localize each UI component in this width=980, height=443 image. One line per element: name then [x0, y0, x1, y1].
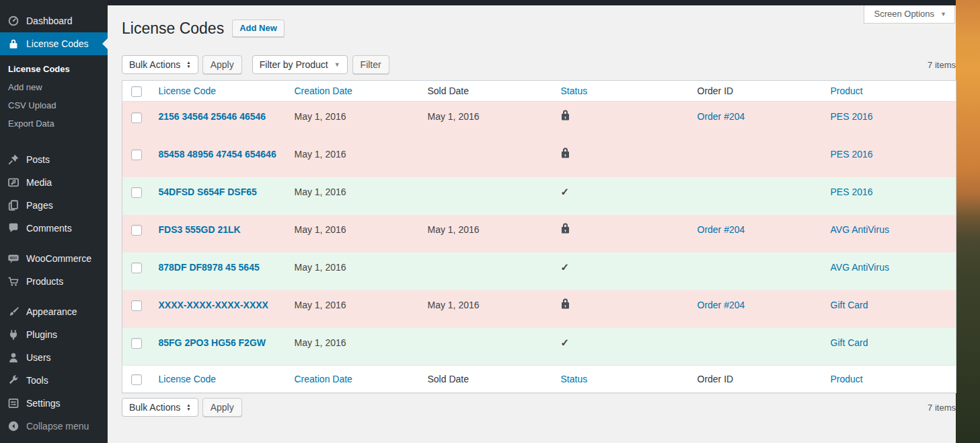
column-header-creation-date[interactable]: Creation Date	[295, 86, 352, 96]
screen-options-button[interactable]: Screen Options	[864, 5, 955, 24]
sidebar-item-appearance[interactable]: Appearance	[0, 300, 108, 323]
lock-icon	[561, 298, 684, 309]
check-icon: ✓	[561, 186, 570, 197]
column-header-order-id: Order ID	[691, 81, 824, 102]
wordpress-admin-screen: Dashboard License Codes License Codes Ad…	[0, 0, 980, 443]
sidebar-item-comments[interactable]: Comments	[0, 217, 108, 240]
creation-date-cell: May 1, 2016	[288, 328, 421, 366]
apply-button[interactable]: Apply	[202, 55, 242, 74]
bulk-actions-select[interactable]: Bulk Actions	[122, 55, 198, 74]
column-footer-license-code[interactable]: License Code	[159, 374, 217, 384]
column-header-product[interactable]: Product	[831, 86, 863, 96]
row-checkbox[interactable]	[131, 149, 142, 160]
table-row: XXXX-XXXX-XXXX-XXXX May 1, 2016 May 1, 2…	[122, 290, 956, 328]
table-footer-row: License Code Creation Date Sold Date Sta…	[122, 366, 956, 393]
select-all-checkbox[interactable]	[131, 374, 142, 385]
sidebar-item-posts[interactable]: Posts	[0, 148, 108, 171]
collapse-icon	[7, 420, 20, 432]
apply-button-bottom[interactable]: Apply	[202, 398, 242, 417]
product-link[interactable]: Gift Card	[831, 337, 868, 348]
users-icon	[7, 351, 20, 364]
row-checkbox[interactable]	[131, 263, 142, 273]
row-checkbox[interactable]	[131, 112, 142, 123]
license-code-link[interactable]: 85458 48956 47454 654646	[159, 149, 276, 160]
sidebar-item-dashboard[interactable]: Dashboard	[0, 9, 108, 32]
license-codes-table: License Code Creation Date Sold Date Sta…	[122, 80, 956, 393]
order-link[interactable]: Order #204	[698, 224, 745, 235]
order-link[interactable]: Order #204	[698, 300, 745, 310]
select-all-checkbox[interactable]	[131, 86, 142, 97]
bulk-actions-select-bottom[interactable]: Bulk Actions	[122, 398, 198, 417]
creation-date-cell: May 1, 2016	[288, 215, 421, 252]
appearance-icon	[7, 306, 20, 318]
sidebar-item-label: License Codes	[26, 38, 89, 49]
bulk-actions-label: Bulk Actions	[129, 59, 180, 70]
table-row: FDS3 555GD 21LK May 1, 2016 May 1, 2016 …	[122, 215, 956, 252]
filter-button[interactable]: Filter	[352, 55, 389, 74]
product-link[interactable]: PES 2016	[831, 149, 873, 160]
column-footer-status[interactable]: Status	[561, 374, 588, 384]
sidebar-subitem-add-new[interactable]: Add new	[0, 78, 108, 96]
license-code-link[interactable]: FDS3 555GD 21LK	[159, 224, 241, 235]
sidebar-item-plugins[interactable]: Plugins	[0, 323, 108, 346]
order-link[interactable]: Order #204	[698, 111, 745, 122]
page-title: License Codes	[122, 18, 224, 38]
desktop-wallpaper	[956, 0, 980, 443]
sidebar-item-label: Products	[26, 276, 63, 287]
license-code-link[interactable]: 2156 34564 25646 46546	[159, 111, 266, 122]
column-header-sold-date: Sold Date	[421, 81, 554, 102]
table-row: 2156 34564 25646 46546 May 1, 2016 May 1…	[122, 102, 956, 139]
sidebar-item-label: Media	[26, 177, 52, 188]
filter-by-product-select[interactable]: Filter by Product	[252, 55, 348, 74]
sidebar-subitem-export-data[interactable]: Export Data	[0, 114, 108, 133]
sold-date-cell	[421, 328, 554, 366]
sidebar-item-label: Posts	[26, 154, 50, 165]
license-code-link[interactable]: 878DF DF8978 45 5645	[159, 262, 260, 273]
sidebar-item-label: Comments	[26, 223, 72, 234]
table-row: 85FG 2PO3 HG56 F2GW May 1, 2016 ✓ Gift C…	[122, 328, 956, 366]
row-checkbox[interactable]	[131, 300, 142, 311]
sidebar-subitem-license-codes[interactable]: License Codes	[0, 60, 108, 78]
product-link[interactable]: AVG AntiVirus	[831, 262, 889, 273]
table-row: 85458 48956 47454 654646 May 1, 2016 ✓ P…	[122, 139, 956, 177]
sidebar-item-settings[interactable]: Settings	[0, 392, 108, 415]
sidebar-item-tools[interactable]: Tools	[0, 369, 108, 392]
creation-date-cell: May 1, 2016	[288, 252, 421, 290]
product-link[interactable]: PES 2016	[831, 111, 873, 122]
column-header-status[interactable]: Status	[561, 86, 588, 96]
sidebar-item-label: WooCommerce	[26, 253, 91, 264]
license-code-link[interactable]: 54DFSD S654F DSF65	[159, 186, 257, 197]
sidebar-item-label: Users	[26, 352, 51, 363]
column-footer-product[interactable]: Product	[831, 374, 863, 384]
sidebar-item-license-codes[interactable]: License Codes	[0, 32, 108, 55]
admin-content: Screen Options License Codes Add New Bul…	[108, 0, 956, 443]
sidebar-item-users[interactable]: Users	[0, 346, 108, 369]
page-wrap: License Codes Add New Bulk Actions Apply…	[108, 5, 956, 417]
product-link[interactable]: AVG AntiVirus	[831, 224, 889, 235]
license-code-link[interactable]: XXXX-XXXX-XXXX-XXXX	[159, 300, 268, 310]
sidebar-subitem-csv-upload[interactable]: CSV Upload	[0, 96, 108, 114]
product-link[interactable]: Gift Card	[831, 300, 868, 310]
pushpin-icon	[7, 154, 20, 166]
sidebar-item-collapse-menu[interactable]: Collapse menu	[0, 415, 108, 438]
sold-date-cell	[421, 252, 554, 290]
creation-date-cell: May 1, 2016	[288, 177, 421, 215]
table-row: 54DFSD S654F DSF65 May 1, 2016 ✓ PES 201…	[122, 177, 956, 215]
plugin-icon	[7, 329, 20, 341]
sidebar-item-pages[interactable]: Pages	[0, 194, 108, 217]
row-checkbox[interactable]	[131, 225, 142, 236]
sidebar-item-media[interactable]: Media	[0, 171, 108, 194]
license-codes-submenu: License Codes Add new CSV Upload Export …	[0, 55, 108, 139]
select-arrows-icon	[186, 61, 190, 69]
product-link[interactable]: PES 2016	[831, 186, 873, 197]
column-header-license-code[interactable]: License Code	[159, 86, 217, 96]
row-checkbox[interactable]	[131, 338, 142, 349]
license-code-link[interactable]: 85FG 2PO3 HG56 F2GW	[159, 337, 266, 348]
sold-date-cell: May 1, 2016	[421, 102, 554, 139]
row-checkbox[interactable]	[131, 187, 142, 198]
add-new-button[interactable]: Add New	[232, 20, 285, 38]
sidebar-item-products[interactable]: Products	[0, 270, 108, 293]
sidebar-item-woocommerce[interactable]: WOO WooCommerce	[0, 247, 108, 270]
column-footer-creation-date[interactable]: Creation Date	[295, 374, 352, 384]
pages-icon	[7, 199, 20, 211]
